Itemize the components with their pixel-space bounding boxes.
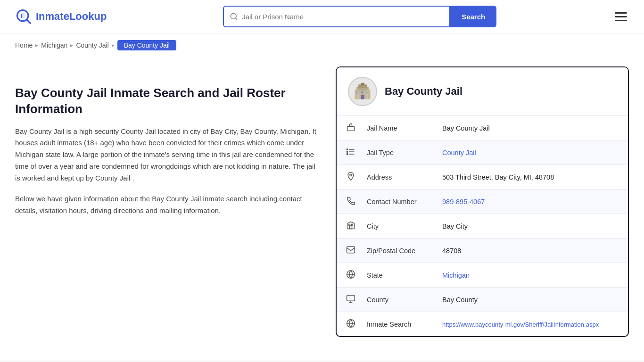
breadcrumb-sep-3: ▸ [112, 42, 115, 49]
breadcrumb-sep-2: ▸ [70, 42, 73, 49]
city-icon-cell [337, 214, 357, 239]
jail-name-value: Bay County Jail [433, 116, 628, 140]
jail-type-value: County Jail [433, 140, 628, 165]
table-row: City Bay City [337, 214, 628, 239]
contact-label: Contact Number [357, 189, 433, 214]
svg-rect-29 [347, 296, 355, 301]
zip-value: 48708 [433, 239, 628, 263]
jail-avatar [348, 77, 377, 106]
table-row: State Michigan [337, 263, 628, 288]
info-card: Bay County Jail Jail Name Bay County Jai… [336, 66, 629, 337]
table-row: Zip/Postal Code 48708 [337, 239, 628, 263]
contact-value: 989-895-4067 [433, 189, 628, 214]
svg-rect-11 [361, 91, 363, 94]
right-column: Bay County Jail Jail Name Bay County Jai… [336, 66, 629, 337]
logo-icon: i [15, 8, 32, 25]
left-column: Bay County Jail Inmate Search and Jail R… [15, 66, 317, 337]
site-header: i InmateLookup Search [0, 0, 644, 33]
breadcrumb-michigan[interactable]: Michigan [41, 41, 67, 49]
county-icon-cell [337, 288, 357, 312]
city-label: City [357, 214, 433, 239]
jail-name-label: Jail Name [357, 116, 433, 140]
svg-text:i: i [21, 13, 22, 19]
inmate-search-value: https://www.baycounty-mi.gov/Sheriff/Jai… [433, 312, 628, 337]
address-label: Address [357, 165, 433, 189]
svg-rect-14 [357, 90, 359, 99]
svg-rect-27 [347, 247, 355, 253]
jail-type-icon-cell [337, 140, 357, 165]
breadcrumb-sep-1: ▸ [35, 42, 38, 49]
svg-rect-24 [350, 226, 352, 229]
state-link[interactable]: Michigan [442, 272, 470, 279]
address-value: 503 Third Street, Bay City, MI, 48708 [433, 165, 628, 189]
address-icon-cell [337, 165, 357, 189]
jail-type-link[interactable]: County Jail [442, 149, 476, 156]
table-row: Inmate Search https://www.baycounty-mi.g… [337, 312, 628, 337]
description-1: Bay County Jail is a high security Count… [15, 126, 317, 184]
search-button[interactable]: Search [450, 6, 496, 27]
zip-icon-cell [337, 239, 357, 263]
svg-rect-13 [361, 95, 364, 99]
breadcrumb-home[interactable]: Home [15, 41, 33, 49]
building-icon [352, 81, 373, 102]
logo-text: InmateLookup [36, 10, 107, 23]
table-row: County Bay County [337, 288, 628, 312]
inmate-search-icon-cell [337, 312, 357, 337]
county-icon [346, 294, 355, 304]
city-value: Bay City [433, 214, 628, 239]
description-2: Below we have given information about th… [15, 193, 317, 217]
state-value: Michigan [433, 263, 628, 288]
svg-rect-26 [352, 224, 353, 226]
breadcrumb-county-jail[interactable]: County Jail [76, 41, 108, 49]
page-title: Bay County Jail Inmate Search and Jail R… [15, 85, 317, 117]
location-icon [346, 172, 355, 181]
state-icon-cell [337, 263, 357, 288]
search-box [223, 6, 450, 27]
svg-line-5 [236, 18, 237, 19]
svg-rect-15 [366, 90, 368, 99]
table-row: Contact Number 989-895-4067 [337, 189, 628, 214]
svg-point-23 [350, 174, 352, 176]
city-icon [346, 221, 355, 230]
jail-icon [346, 123, 355, 132]
svg-rect-16 [347, 126, 355, 131]
table-row: Jail Type County Jail [337, 140, 628, 165]
svg-rect-25 [349, 224, 350, 226]
mail-icon [346, 245, 355, 255]
search-globe-icon [346, 319, 355, 328]
menu-button[interactable] [613, 10, 629, 23]
globe-icon [346, 270, 355, 279]
svg-point-22 [347, 154, 348, 155]
logo-link[interactable]: i InmateLookup [15, 8, 107, 25]
phone-icon [346, 196, 355, 206]
phone-icon-cell [337, 189, 357, 214]
card-jail-name: Bay County Jail [385, 85, 462, 98]
svg-point-20 [347, 149, 348, 150]
list-icon [346, 147, 355, 156]
county-label: County [357, 288, 433, 312]
table-row: Jail Name Bay County Jail [337, 116, 628, 140]
phone-link[interactable]: 989-895-4067 [442, 198, 485, 206]
search-area: Search [223, 6, 496, 27]
county-value: Bay County [433, 288, 628, 312]
svg-line-1 [26, 19, 30, 23]
svg-rect-9 [361, 83, 364, 86]
zip-label: Zip/Postal Code [357, 239, 433, 263]
breadcrumb: Home ▸ Michigan ▸ County Jail ▸ Bay Coun… [0, 33, 644, 57]
svg-point-21 [347, 151, 348, 153]
search-icon [230, 12, 238, 21]
inmate-search-link[interactable]: https://www.baycounty-mi.gov/Sheriff/Jai… [442, 321, 599, 328]
table-row: Address 503 Third Street, Bay City, MI, … [337, 165, 628, 189]
state-label: State [357, 263, 433, 288]
jail-name-icon-cell [337, 116, 357, 140]
jail-type-label: Jail Type [357, 140, 433, 165]
info-table: Jail Name Bay County Jail Jail Type [337, 115, 628, 336]
breadcrumb-active: Bay County Jail [117, 40, 176, 50]
search-input[interactable] [242, 13, 444, 21]
inmate-search-label: Inmate Search [357, 312, 433, 337]
card-header: Bay County Jail [337, 67, 628, 115]
main-content: Bay County Jail Inmate Search and Jail R… [0, 57, 644, 356]
